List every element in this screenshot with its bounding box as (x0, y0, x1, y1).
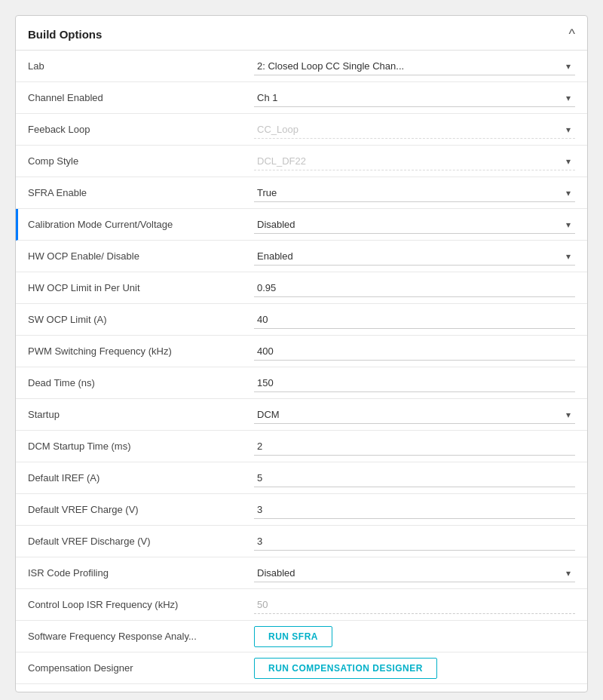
input-control-loop-isr (254, 596, 575, 614)
row-startup: StartupDCMCCM (16, 399, 587, 431)
panel-header: Build Options ^ (16, 16, 587, 51)
label-sfra-run: Software Frequency Response Analy... (28, 631, 254, 642)
collapse-icon[interactable]: ^ (569, 26, 575, 42)
dropdown-isr-profiling[interactable]: DisabledEnabled (254, 564, 575, 582)
row-lab: Lab2: Closed Loop CC Single Chan... (16, 51, 587, 82)
control-isr-profiling: DisabledEnabled (254, 564, 575, 582)
input-hw-ocp-limit[interactable] (254, 279, 575, 297)
panel-title: Build Options (28, 28, 102, 41)
button-comp-designer[interactable]: RUN COMPENSATION DESIGNER (254, 658, 437, 679)
dropdown-feedback-loop: CC_Loop (254, 121, 575, 139)
row-hw-ocp-enable: HW OCP Enable/ DisableEnabledDisabled (16, 241, 587, 272)
dropdown-wrapper-lab: 2: Closed Loop CC Single Chan... (254, 57, 575, 75)
rows-container: Lab2: Closed Loop CC Single Chan...Chann… (16, 51, 587, 692)
row-default-vref-discharge: Default VREF Discharge (V) (16, 526, 587, 557)
label-hw-ocp-enable: HW OCP Enable/ Disable (28, 250, 254, 262)
row-isr-profiling: ISR Code ProfilingDisabledEnabled (16, 557, 587, 589)
label-startup: Startup (28, 409, 254, 420)
control-comp-designer: RUN COMPENSATION DESIGNER (254, 658, 575, 679)
dropdown-wrapper-sfra-enable: TrueFalse (254, 184, 575, 202)
input-default-iref[interactable] (254, 469, 575, 487)
label-comp-designer: Compensation Designer (28, 662, 254, 674)
row-control-loop-isr: Control Loop ISR Frequency (kHz) (16, 589, 587, 621)
row-pwm-frequency: PWM Switching Frequency (kHz) (16, 336, 587, 367)
row-sfra-enable: SFRA EnableTrueFalse (16, 177, 587, 209)
button-sfra-run[interactable]: RUN SFRA (254, 626, 332, 647)
row-sw-ocp-limit: SW OCP Limit (A) (16, 304, 587, 336)
dropdown-wrapper-calibration-mode: DisabledEnabled (254, 216, 575, 234)
dropdown-wrapper-hw-ocp-enable: EnabledDisabled (254, 247, 575, 266)
row-dead-time: Dead Time (ns) (16, 367, 587, 399)
input-sw-ocp-limit[interactable] (254, 311, 575, 329)
control-default-vref-charge (254, 501, 575, 519)
row-dcm-startup-time: DCM Startup Time (ms) (16, 431, 587, 462)
label-sfra-enable: SFRA Enable (28, 187, 254, 198)
row-channel-enabled: Channel EnabledCh 1 (16, 82, 587, 114)
control-lab: 2: Closed Loop CC Single Chan... (254, 57, 575, 75)
control-sfra-run: RUN SFRA (254, 626, 575, 647)
dropdown-channel-enabled[interactable]: Ch 1 (254, 89, 575, 107)
input-default-vref-discharge[interactable] (254, 533, 575, 551)
input-pwm-frequency[interactable] (254, 342, 575, 361)
control-pwm-frequency (254, 342, 575, 361)
dropdown-sfra-enable[interactable]: TrueFalse (254, 184, 575, 202)
row-feedback-loop: Feeback LoopCC_Loop (16, 114, 587, 146)
input-default-vref-charge[interactable] (254, 501, 575, 519)
control-feedback-loop: CC_Loop (254, 121, 575, 139)
label-channel-enabled: Channel Enabled (28, 92, 254, 103)
input-dead-time[interactable] (254, 374, 575, 392)
dropdown-wrapper-isr-profiling: DisabledEnabled (254, 564, 575, 582)
label-default-vref-discharge: Default VREF Discharge (V) (28, 536, 254, 547)
row-comp-designer: Compensation DesignerRUN COMPENSATION DE… (16, 652, 587, 684)
control-default-iref (254, 469, 575, 487)
label-comp-style: Comp Style (28, 155, 254, 167)
control-dcm-startup-time (254, 438, 575, 456)
control-control-loop-isr (254, 596, 575, 614)
label-sw-ocp-limit: SW OCP Limit (A) (28, 314, 254, 325)
label-dead-time: Dead Time (ns) (28, 377, 254, 388)
row-default-iref: Default IREF (A) (16, 462, 587, 494)
label-dcm-startup-time: DCM Startup Time (ms) (28, 441, 254, 452)
row-comp-style: Comp StyleDCL_DF22 (16, 146, 587, 177)
label-hw-ocp-limit: HW OCP Limit in Per Unit (28, 282, 254, 293)
label-pwm-frequency: PWM Switching Frequency (kHz) (28, 345, 254, 357)
label-isr-profiling: ISR Code Profiling (28, 567, 254, 579)
dropdown-lab[interactable]: 2: Closed Loop CC Single Chan... (254, 57, 575, 75)
row-calibration-mode: Calibration Mode Current/VoltageDisabled… (16, 209, 587, 241)
dropdown-wrapper-channel-enabled: Ch 1 (254, 89, 575, 107)
control-hw-ocp-limit (254, 279, 575, 297)
label-calibration-mode: Calibration Mode Current/Voltage (28, 219, 254, 230)
label-lab: Lab (28, 60, 254, 72)
control-sw-ocp-limit (254, 311, 575, 329)
control-sfra-enable: TrueFalse (254, 184, 575, 202)
dropdown-startup[interactable]: DCMCCM (254, 406, 575, 424)
dropdown-hw-ocp-enable[interactable]: EnabledDisabled (254, 247, 575, 266)
label-control-loop-isr: Control Loop ISR Frequency (kHz) (28, 599, 254, 610)
dropdown-comp-style: DCL_DF22 (254, 152, 575, 170)
control-channel-enabled: Ch 1 (254, 89, 575, 107)
label-default-iref: Default IREF (A) (28, 472, 254, 484)
dropdown-wrapper-feedback-loop: CC_Loop (254, 121, 575, 139)
label-feedback-loop: Feeback Loop (28, 124, 254, 135)
row-sfra-run: Software Frequency Response Analy...RUN … (16, 621, 587, 652)
control-default-vref-discharge (254, 533, 575, 551)
dropdown-calibration-mode[interactable]: DisabledEnabled (254, 216, 575, 234)
control-comp-style: DCL_DF22 (254, 152, 575, 170)
control-startup: DCMCCM (254, 406, 575, 424)
dropdown-wrapper-startup: DCMCCM (254, 406, 575, 424)
control-dead-time (254, 374, 575, 392)
control-hw-ocp-enable: EnabledDisabled (254, 247, 575, 266)
row-hw-ocp-limit: HW OCP Limit in Per Unit (16, 272, 587, 304)
input-dcm-startup-time[interactable] (254, 438, 575, 456)
dropdown-wrapper-comp-style: DCL_DF22 (254, 152, 575, 170)
control-calibration-mode: DisabledEnabled (254, 216, 575, 234)
row-default-vref-charge: Default VREF Charge (V) (16, 494, 587, 526)
label-default-vref-charge: Default VREF Charge (V) (28, 504, 254, 515)
build-options-panel: Build Options ^ Lab2: Closed Loop CC Sin… (15, 15, 588, 692)
